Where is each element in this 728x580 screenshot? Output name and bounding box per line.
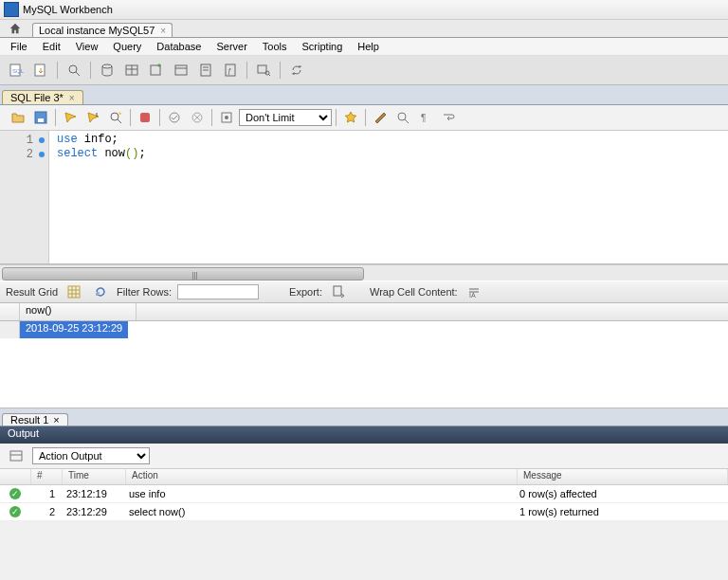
svg-point-26 xyxy=(170,113,179,122)
gutter: 1 2 xyxy=(0,131,49,263)
menu-scripting[interactable]: Scripting xyxy=(296,39,350,54)
separator xyxy=(365,109,366,126)
row-action: select now() xyxy=(123,505,514,518)
tool-view-icon[interactable] xyxy=(171,60,191,81)
export-icon[interactable] xyxy=(328,281,349,302)
close-icon[interactable]: × xyxy=(160,26,166,36)
tool-table-icon[interactable] xyxy=(121,60,142,81)
menu-server[interactable]: Server xyxy=(209,39,253,54)
menu-file[interactable]: File xyxy=(4,39,34,54)
success-icon: ✓ xyxy=(9,488,21,499)
export-label: Export: xyxy=(289,286,322,298)
tool-reconnect-icon[interactable] xyxy=(286,60,307,81)
home-icon[interactable] xyxy=(2,20,28,37)
cell-value[interactable]: 2018-09-25 23:12:29 xyxy=(20,321,128,338)
connection-tabs: Local instance MySQL57 × xyxy=(0,20,728,38)
result-toolbar: Result Grid Filter Rows: Export: Wrap Ce… xyxy=(0,281,728,303)
result-tabs: Result 1 × xyxy=(0,408,728,426)
scrollbar-thumb[interactable] xyxy=(2,267,364,281)
menu-query[interactable]: Query xyxy=(106,39,148,54)
col-message: Message xyxy=(518,469,728,484)
svg-point-3 xyxy=(69,65,77,73)
toggle-autocommit-icon[interactable] xyxy=(164,107,185,128)
menu-view[interactable]: View xyxy=(69,39,105,54)
tool-database-icon[interactable] xyxy=(97,60,118,81)
toggle-wrap-icon[interactable] xyxy=(438,107,459,128)
save-icon[interactable] xyxy=(30,107,51,128)
filter-rows-input[interactable] xyxy=(177,284,259,299)
svg-rect-2 xyxy=(35,64,45,76)
limit-select[interactable]: Don't Limit xyxy=(239,109,332,126)
row-num: 2 xyxy=(30,505,61,518)
connection-tab-label: Local instance MySQL57 xyxy=(39,25,155,36)
svg-line-19 xyxy=(269,75,271,77)
editor-h-scrollbar[interactable] xyxy=(0,264,728,281)
row-selector[interactable] xyxy=(0,321,20,338)
svg-line-33 xyxy=(405,119,409,123)
svg-point-23 xyxy=(111,113,118,120)
svg-rect-35 xyxy=(68,286,80,298)
close-icon[interactable]: × xyxy=(53,414,59,426)
grid-view-icon[interactable] xyxy=(64,281,84,302)
code-area[interactable]: use info; select now(); xyxy=(49,131,728,263)
inspector-icon[interactable] xyxy=(64,60,84,81)
app-logo-icon xyxy=(4,2,19,17)
editor-toolbar: Don't Limit ¶ xyxy=(0,105,728,131)
close-icon[interactable]: × xyxy=(69,93,75,103)
connection-tab[interactable]: Local instance MySQL57 × xyxy=(32,23,173,37)
svg-rect-21 xyxy=(38,118,44,122)
result-grid[interactable]: now() 2018-09-25 23:12:29 xyxy=(0,303,728,408)
svg-line-4 xyxy=(76,72,80,76)
new-sql-tab-icon[interactable]: SQL xyxy=(6,60,27,81)
refresh-icon[interactable] xyxy=(90,281,111,302)
grid-column-header[interactable]: now() xyxy=(20,303,136,320)
svg-text:SQL: SQL xyxy=(12,68,24,74)
menu-tools[interactable]: Tools xyxy=(256,39,294,54)
tool-procedure-icon[interactable] xyxy=(195,60,216,81)
tool-function-icon[interactable]: ƒ xyxy=(220,60,241,81)
row-time: 23:12:19 xyxy=(61,487,123,500)
breakpoint-dot-icon xyxy=(39,137,45,143)
execute-icon[interactable] xyxy=(60,107,81,128)
menu-edit[interactable]: Edit xyxy=(36,39,67,54)
svg-point-31 xyxy=(225,116,228,119)
output-header: Output xyxy=(0,426,728,444)
open-sql-icon[interactable] xyxy=(30,60,51,81)
main-toolbar: SQL ƒ xyxy=(0,56,728,85)
output-panel-icon[interactable] xyxy=(6,445,27,466)
toggle-safe-icon[interactable] xyxy=(216,107,237,128)
svg-text:¶: ¶ xyxy=(421,113,426,123)
explain-icon[interactable] xyxy=(105,107,126,128)
beautify-icon[interactable] xyxy=(370,107,391,128)
row-num: 1 xyxy=(30,487,61,500)
col-num: # xyxy=(31,469,63,484)
sql-editor[interactable]: 1 2 use info; select now(); xyxy=(0,131,728,264)
sql-file-tab[interactable]: SQL File 3* × xyxy=(2,90,83,104)
find-icon[interactable] xyxy=(392,107,413,128)
execute-current-icon[interactable] xyxy=(82,107,103,128)
code-line: use info; xyxy=(57,133,720,147)
tool-add-table-icon[interactable] xyxy=(146,60,167,81)
svg-rect-10 xyxy=(175,65,187,75)
table-row[interactable]: 2018-09-25 23:12:29 xyxy=(0,321,728,338)
grid-corner[interactable] xyxy=(0,303,20,320)
menu-help[interactable]: Help xyxy=(351,39,386,54)
separator xyxy=(246,62,247,79)
output-row[interactable]: ✓ 1 23:12:19 use info 0 row(s) affected xyxy=(0,485,728,503)
output-type-select[interactable]: Action Output xyxy=(32,447,150,464)
svg-text:IA: IA xyxy=(469,292,476,299)
star-icon[interactable] xyxy=(340,107,361,128)
separator xyxy=(130,109,131,126)
toggle-invisible-icon[interactable]: ¶ xyxy=(415,107,436,128)
output-row[interactable]: ✓ 2 23:12:29 select now() 1 row(s) retur… xyxy=(0,503,728,521)
stop-icon[interactable] xyxy=(135,107,155,128)
output-header-row: # Time Action Message xyxy=(0,469,728,485)
tool-search-table-icon[interactable] xyxy=(253,60,274,81)
commit-icon[interactable] xyxy=(187,107,208,128)
result-tab-label: Result 1 xyxy=(10,414,48,426)
open-file-icon[interactable] xyxy=(8,107,28,128)
wrap-content-icon[interactable]: IA xyxy=(464,281,484,302)
menu-database[interactable]: Database xyxy=(150,39,208,54)
grid-header-row: now() xyxy=(0,303,728,321)
result-tab[interactable]: Result 1 × xyxy=(2,413,68,426)
